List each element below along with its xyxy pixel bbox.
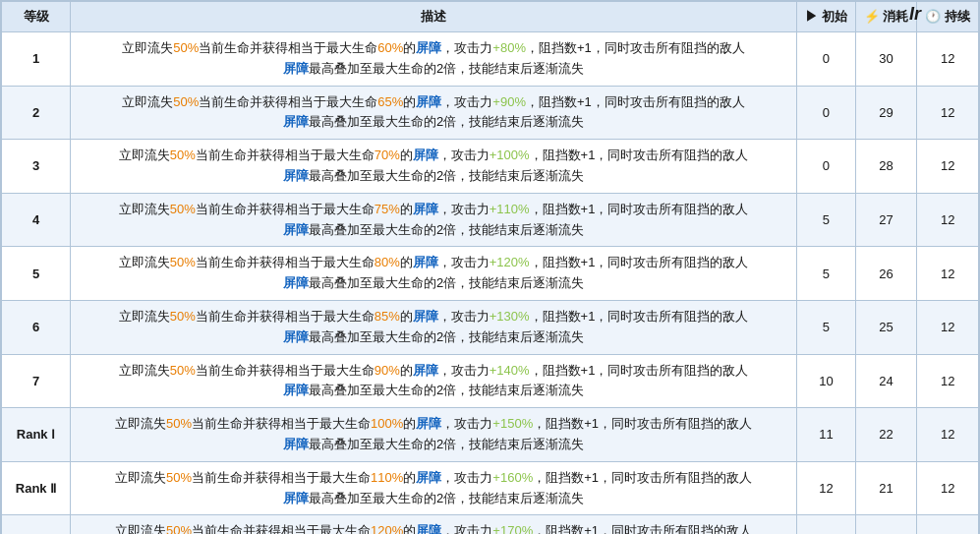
cell-persist: 12 (917, 408, 979, 462)
corner-label: Ir (909, 4, 921, 25)
cell-level: 5 (2, 247, 71, 301)
cell-consume: 21 (855, 461, 917, 515)
cell-consume: 29 (855, 86, 917, 140)
cell-level: 4 (2, 193, 71, 247)
cell-consume: 28 (855, 140, 917, 194)
cell-consume: 22 (855, 408, 917, 462)
cell-desc: 立即流失50%当前生命并获得相当于最大生命100%的屏障，攻击力+150%，阻挡… (71, 408, 797, 462)
cell-persist: 12 (917, 300, 979, 354)
cell-start: 0 (797, 32, 856, 87)
cell-desc: 立即流失50%当前生命并获得相当于最大生命80%的屏障，攻击力+120%，阻挡数… (71, 247, 797, 301)
cell-start: 0 (797, 140, 856, 194)
cell-consume: 30 (855, 32, 917, 87)
header-consume: ⚡ 消耗 (855, 2, 917, 32)
cell-start: 5 (797, 300, 856, 354)
table-row: 6立即流失50%当前生命并获得相当于最大生命85%的屏障，攻击力+130%，阻挡… (2, 300, 979, 354)
cell-start: 5 (797, 193, 856, 247)
cell-desc: 立即流失50%当前生命并获得相当于最大生命70%的屏障，攻击力+100%，阻挡数… (71, 140, 797, 194)
header-persist: 🕐 持续 (917, 2, 979, 32)
cell-start: 13 (797, 515, 856, 534)
table-row: 3立即流失50%当前生命并获得相当于最大生命70%的屏障，攻击力+100%，阻挡… (2, 140, 979, 194)
cell-persist: 12 (917, 515, 979, 534)
header-level: 等级 (2, 2, 71, 32)
cell-consume: 25 (855, 300, 917, 354)
cell-consume: 20 (855, 515, 917, 534)
table-row: 4立即流失50%当前生命并获得相当于最大生命75%的屏障，攻击力+110%，阻挡… (2, 193, 979, 247)
cell-persist: 12 (917, 461, 979, 515)
cell-level: 6 (2, 300, 71, 354)
cell-level: 3 (2, 140, 71, 194)
header-start: ▶ 初始 (797, 2, 856, 32)
table-row: Rank Ⅱ立即流失50%当前生命并获得相当于最大生命110%的屏障，攻击力+1… (2, 461, 979, 515)
cell-level: 2 (2, 86, 71, 140)
cell-level: Rank Ⅰ (2, 408, 71, 462)
table-body: 1立即流失50%当前生命并获得相当于最大生命60%的屏障，攻击力+80%，阻挡数… (2, 32, 979, 535)
cell-start: 11 (797, 408, 856, 462)
cell-persist: 12 (917, 140, 979, 194)
table-header-row: 等级 描述 ▶ 初始 ⚡ 消耗 🕐 持续 (2, 2, 979, 32)
cell-desc: 立即流失50%当前生命并获得相当于最大生命60%的屏障，攻击力+80%，阻挡数+… (71, 32, 797, 87)
cell-level: Rank Ⅱ (2, 461, 71, 515)
cell-consume: 26 (855, 247, 917, 301)
cell-level: 1 (2, 32, 71, 87)
persist-icon: 🕐 (925, 9, 945, 24)
table-row: Rank Ⅰ立即流失50%当前生命并获得相当于最大生命100%的屏障，攻击力+1… (2, 408, 979, 462)
header-desc: 描述 (71, 2, 797, 32)
cell-start: 0 (797, 86, 856, 140)
table-row: 1立即流失50%当前生命并获得相当于最大生命60%的屏障，攻击力+80%，阻挡数… (2, 32, 979, 87)
table-row: 5立即流失50%当前生命并获得相当于最大生命80%的屏障，攻击力+120%，阻挡… (2, 247, 979, 301)
cell-consume: 27 (855, 193, 917, 247)
cell-consume: 24 (855, 354, 917, 408)
cell-start: 5 (797, 247, 856, 301)
start-icon: ▶ (805, 9, 822, 24)
consume-icon: ⚡ (864, 9, 884, 24)
cell-level: 7 (2, 354, 71, 408)
cell-desc: 立即流失50%当前生命并获得相当于最大生命85%的屏障，攻击力+130%，阻挡数… (71, 300, 797, 354)
cell-level: Rank Ⅲ (2, 515, 71, 534)
cell-persist: 12 (917, 32, 979, 87)
cell-desc: 立即流失50%当前生命并获得相当于最大生命90%的屏障，攻击力+140%，阻挡数… (71, 354, 797, 408)
cell-desc: 立即流失50%当前生命并获得相当于最大生命110%的屏障，攻击力+160%，阻挡… (71, 461, 797, 515)
cell-persist: 12 (917, 193, 979, 247)
cell-desc: 立即流失50%当前生命并获得相当于最大生命65%的屏障，攻击力+90%，阻挡数+… (71, 86, 797, 140)
skill-table: 等级 描述 ▶ 初始 ⚡ 消耗 🕐 持续 1立即流失50%当前生命并获得相当于最… (1, 1, 979, 534)
cell-start: 10 (797, 354, 856, 408)
cell-persist: 12 (917, 354, 979, 408)
cell-persist: 12 (917, 86, 979, 140)
skill-table-container: 等级 描述 ▶ 初始 ⚡ 消耗 🕐 持续 1立即流失50%当前生命并获得相当于最… (0, 0, 980, 534)
cell-persist: 12 (917, 247, 979, 301)
cell-start: 12 (797, 461, 856, 515)
table-row: Rank Ⅲ立即流失50%当前生命并获得相当于最大生命120%的屏障，攻击力+1… (2, 515, 979, 534)
table-row: 7立即流失50%当前生命并获得相当于最大生命90%的屏障，攻击力+140%，阻挡… (2, 354, 979, 408)
cell-desc: 立即流失50%当前生命并获得相当于最大生命75%的屏障，攻击力+110%，阻挡数… (71, 193, 797, 247)
table-row: 2立即流失50%当前生命并获得相当于最大生命65%的屏障，攻击力+90%，阻挡数… (2, 86, 979, 140)
cell-desc: 立即流失50%当前生命并获得相当于最大生命120%的屏障，攻击力+170%，阻挡… (71, 515, 797, 534)
